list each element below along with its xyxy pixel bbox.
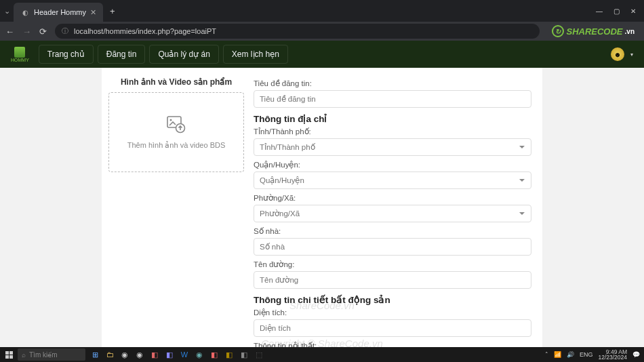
notifications-icon[interactable]: 💬: [632, 351, 640, 358]
tray-lang[interactable]: ENG: [580, 351, 593, 358]
tab-group-icon[interactable]: ⌄: [0, 7, 14, 16]
app-icon[interactable]: ⬚: [254, 349, 264, 360]
logo-icon: [14, 47, 25, 58]
upload-cloud-icon: [165, 115, 187, 134]
taskbar-search[interactable]: ⌕ Tìm kiếm: [18, 348, 85, 361]
minimize-icon[interactable]: —: [596, 7, 603, 15]
select-district[interactable]: [254, 172, 531, 189]
section-address: Thông tin địa chỉ: [254, 113, 531, 124]
upload-text: Thêm hình ảnh và video BDS: [127, 141, 226, 150]
site-logo[interactable]: HOMMY: [11, 47, 29, 62]
browser-tab[interactable]: ◐ Header Hommy ✕: [14, 3, 103, 22]
search-icon: ⌕: [22, 351, 26, 359]
refresh-icon[interactable]: ⟳: [39, 26, 47, 37]
favicon-icon: ◐: [20, 7, 30, 17]
nav-post[interactable]: Đăng tin: [98, 45, 146, 64]
site-info-icon[interactable]: ⓘ: [62, 26, 68, 36]
label-title: Tiêu đề đăng tin:: [254, 79, 531, 88]
edge-icon[interactable]: ◉: [119, 349, 130, 360]
nav-home[interactable]: Trang chủ: [39, 45, 94, 64]
app-icon[interactable]: ◧: [239, 349, 249, 360]
app-icon[interactable]: ◧: [209, 349, 220, 360]
select-province[interactable]: [254, 138, 531, 156]
input-area[interactable]: [254, 319, 531, 337]
svg-point-1: [170, 119, 172, 121]
input-street[interactable]: [254, 271, 531, 289]
app-icon[interactable]: ◧: [224, 349, 235, 360]
forward-icon[interactable]: →: [22, 26, 31, 37]
select-ward[interactable]: [254, 205, 531, 222]
app-icon[interactable]: ◧: [149, 349, 160, 360]
tab-title: Header Hommy: [34, 8, 86, 16]
sharecode-extension[interactable]: ↻ SHARECODE.vn: [548, 25, 639, 37]
taskbar-clock[interactable]: 9:49 AM 12/23/2024: [598, 349, 627, 361]
maximize-icon[interactable]: ▢: [613, 7, 620, 15]
close-window-icon[interactable]: ✕: [630, 7, 636, 15]
upload-dropzone[interactable]: Thêm hình ảnh và video BDS: [108, 92, 244, 172]
tray-chevron-icon[interactable]: ˄: [545, 351, 548, 358]
close-icon[interactable]: ✕: [90, 8, 96, 17]
back-icon[interactable]: ←: [5, 26, 14, 37]
start-button[interactable]: [0, 351, 18, 359]
label-area: Diện tích:: [254, 308, 531, 317]
input-title[interactable]: [254, 90, 531, 108]
label-ward: Phường/Xã:: [254, 193, 531, 203]
windows-icon: [5, 351, 13, 359]
label-houseno: Số nhà:: [254, 226, 531, 236]
sharecode-icon: ↻: [552, 25, 564, 37]
input-houseno[interactable]: [254, 238, 531, 256]
nav-projects[interactable]: Quản lý dự án: [149, 45, 218, 64]
word-icon[interactable]: W: [179, 349, 190, 360]
section-detail: Thông tin chi tiết bất động sản: [254, 294, 531, 305]
label-district: Quận/Huyện:: [254, 160, 531, 169]
tray-network-icon[interactable]: 📶: [554, 351, 561, 358]
label-street: Tên đường:: [254, 260, 531, 269]
explorer-icon[interactable]: 🗀: [104, 349, 115, 360]
chrome-icon[interactable]: ◉: [134, 349, 145, 360]
label-province: Tỉnh/Thành phố:: [254, 127, 531, 136]
nav-schedule[interactable]: Xem lịch hẹn: [223, 45, 288, 64]
user-avatar[interactable]: ☻: [611, 47, 624, 61]
task-view-icon[interactable]: ⊞: [89, 349, 100, 360]
new-tab-button[interactable]: +: [103, 6, 122, 16]
media-section-title: Hình ảnh và Video sản phẩm: [108, 77, 244, 87]
app-icon[interactable]: ◧: [164, 349, 175, 360]
app-icon[interactable]: ◉: [194, 349, 205, 360]
chevron-down-icon[interactable]: ▾: [630, 52, 633, 58]
url-text: localhost/hommies/index.php?page=loaiPT: [74, 27, 216, 35]
address-bar[interactable]: ⓘ localhost/hommies/index.php?page=loaiP…: [55, 24, 540, 39]
tray-volume-icon[interactable]: 🔊: [567, 351, 574, 358]
